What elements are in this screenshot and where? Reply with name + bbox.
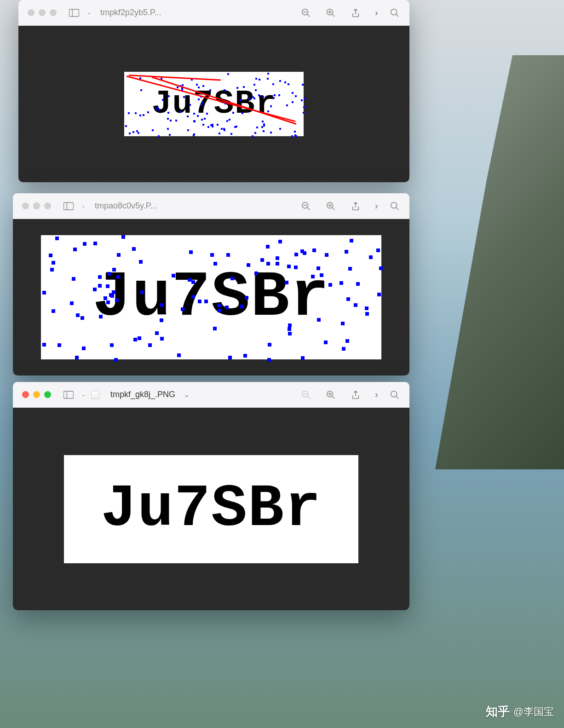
share-icon[interactable] [350,389,361,400]
maximize-button[interactable] [50,9,57,16]
search-icon[interactable] [389,201,400,212]
zoom-in-icon[interactable] [325,389,336,400]
sidebar-toggle-icon[interactable] [61,201,76,212]
more-icon[interactable]: ›› [375,389,375,400]
dropdown-caret-icon[interactable]: ⌄ [81,392,86,398]
captcha-image: Ju7SBr [124,72,304,136]
preview-window-2: ⌄ tmpao8c0v5y.P... ›› Ju7SBr [13,193,409,376]
svg-point-31 [391,391,397,397]
traffic-lights [22,391,51,398]
svg-line-3 [307,14,310,17]
dropdown-caret-icon[interactable]: ⌄ [81,203,86,209]
minimize-button[interactable] [33,391,40,398]
zoom-out-icon[interactable] [300,201,311,212]
captcha-image: Ju7SBr [64,455,358,563]
captcha-image: Ju7SBr [41,235,381,359]
svg-line-21 [396,207,399,210]
traffic-lights [28,9,57,16]
svg-line-14 [307,207,310,210]
titlebar: ⌄ tmpkf2p2yb5.P... ›› [18,0,409,26]
image-viewport[interactable]: Ju7SBr [18,26,409,182]
zoom-in-icon[interactable] [325,201,336,212]
svg-rect-11 [63,202,73,210]
more-icon[interactable]: ›› [375,201,375,211]
window-title: tmpao8c0v5y.P... [91,201,295,211]
svg-point-9 [391,9,397,15]
preview-window-3: ⌄ tmpkf_gk8j_.PNG ⌄ ›› Ju7SBr [13,382,409,610]
minimize-button[interactable] [39,9,46,16]
titlebar: ⌄ tmpao8c0v5y.P... ›› [13,193,409,219]
svg-rect-0 [69,9,79,17]
dropdown-caret-icon[interactable]: ⌄ [87,10,91,16]
search-icon[interactable] [389,7,400,18]
watermark-logo: 知乎 [486,704,510,720]
close-button[interactable] [28,9,35,16]
watermark: 知乎 @李国宝 [486,704,554,720]
search-icon[interactable] [389,389,400,400]
svg-line-17 [332,207,334,210]
preview-window-1: ⌄ tmpkf2p2yb5.P... ›› Ju7SBr [18,0,409,182]
captcha-text: Ju7SBr [101,475,322,543]
title-dropdown-icon[interactable]: ⌄ [184,390,190,399]
svg-line-25 [307,396,310,399]
window-title: tmpkf2p2yb5.P... [97,8,295,17]
svg-rect-22 [63,391,73,399]
sidebar-toggle-icon[interactable] [61,389,76,400]
more-icon[interactable]: ›› [375,7,375,18]
file-icon [91,391,99,399]
image-viewport[interactable]: Ju7SBr [13,408,409,610]
svg-line-10 [396,14,399,17]
watermark-author: @李国宝 [513,705,554,719]
zoom-out-icon[interactable] [300,389,311,400]
close-button[interactable] [22,391,29,398]
svg-line-28 [332,396,334,399]
image-viewport[interactable]: Ju7SBr [13,219,409,376]
share-icon[interactable] [350,7,361,18]
svg-line-32 [396,396,399,399]
zoom-out-icon[interactable] [300,7,311,18]
svg-point-20 [391,202,397,208]
zoom-in-icon[interactable] [325,7,336,18]
minimize-button[interactable] [33,202,40,209]
maximize-button[interactable] [44,202,51,209]
traffic-lights [22,202,51,209]
sidebar-toggle-icon[interactable] [67,7,81,18]
maximize-button[interactable] [44,391,51,398]
titlebar: ⌄ tmpkf_gk8j_.PNG ⌄ ›› [13,382,409,408]
share-icon[interactable] [350,201,361,212]
close-button[interactable] [22,202,29,209]
window-title: tmpkf_gk8j_.PNG [107,390,175,399]
svg-line-6 [332,14,334,17]
